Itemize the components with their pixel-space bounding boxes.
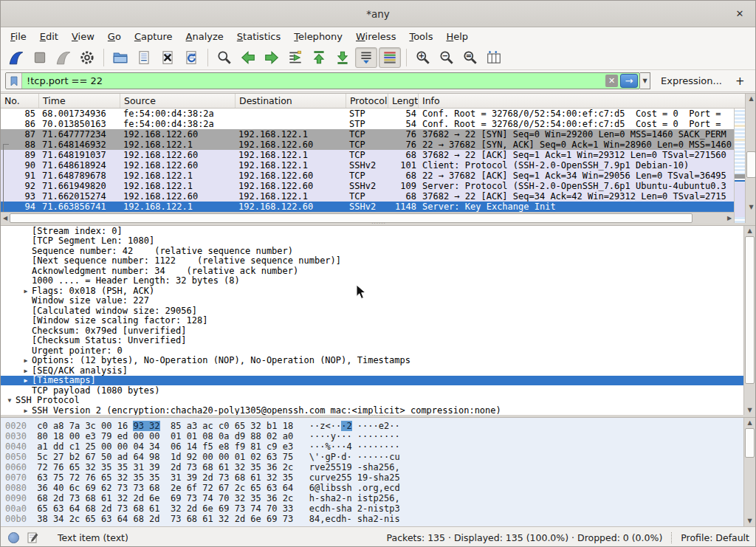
packet-row[interactable]: 9371.662015274192.168.122.60192.168.122.… (1, 191, 734, 202)
start-capture-icon[interactable] (5, 47, 27, 68)
scroll-down-icon[interactable]: ▼ (744, 516, 755, 526)
menu-view[interactable]: View (65, 30, 101, 44)
zoom-out-icon[interactable]: − (436, 47, 458, 68)
resize-columns-icon[interactable] (483, 47, 505, 68)
go-forward-icon[interactable] (261, 47, 283, 68)
detail-line[interactable]: [Window size scaling factor: 128] (1, 316, 756, 326)
hex-row[interactable]: 0060 72 76 65 32 35 35 31 39 2d 73 68 61… (5, 462, 756, 472)
hex-row[interactable]: 0020 c0 a8 7a 3c 00 16 93 32 85 a3 ac c0… (5, 421, 756, 431)
apply-filter-icon[interactable]: → (620, 74, 638, 88)
menu-telephony[interactable]: Telephony (287, 30, 349, 44)
reload-file-icon[interactable] (180, 47, 202, 68)
detail-line[interactable]: Urgent pointer: 0 (1, 345, 756, 356)
profile-label[interactable]: Profile: Default (672, 532, 749, 543)
packet-row[interactable]: 8871.648146932192.168.122.1192.168.122.6… (1, 140, 734, 150)
menu-analyze[interactable]: Analyze (179, 30, 230, 44)
detail-line[interactable]: ▶[Timestamps] (1, 376, 756, 386)
scroll-thumb[interactable] (745, 236, 755, 384)
display-filter-input[interactable] (22, 75, 605, 86)
column-header-no[interactable]: No. (1, 94, 39, 108)
hex-row[interactable]: 0090 68 2d 73 68 61 32 2d 6e 69 73 74 70… (5, 493, 756, 503)
column-header-info[interactable]: Info (419, 94, 756, 108)
open-file-icon[interactable] (109, 47, 131, 68)
packet-list-vscrollbar[interactable]: ▲ ▼ (745, 94, 756, 224)
menu-wireless[interactable]: Wireless (349, 30, 402, 44)
go-top-icon[interactable] (308, 47, 330, 68)
menu-go[interactable]: Go (101, 30, 128, 44)
scroll-thumb[interactable] (746, 151, 756, 178)
filter-bookmark-icon[interactable] (6, 73, 22, 89)
hex-row[interactable]: 0070 63 75 72 76 65 32 35 35 31 39 2d 73… (5, 472, 756, 483)
hex-row[interactable]: 0080 36 40 6c 69 62 73 73 68 2e 6f 72 67… (5, 483, 756, 493)
scroll-down-icon[interactable]: ▼ (744, 405, 755, 415)
packet-row[interactable]: 9071.648618924192.168.122.60192.168.122.… (1, 160, 734, 171)
detail-line[interactable]: Window size value: 227 (1, 296, 756, 306)
expression-button[interactable]: Expression... (661, 75, 722, 86)
details-vscrollbar[interactable]: ▲ ▼ (743, 226, 755, 415)
column-header-destination[interactable]: Destination (236, 94, 346, 108)
close-window-icon[interactable]: ✕ (733, 7, 746, 21)
detail-line[interactable]: [TCP Segment Len: 1080] (1, 236, 756, 247)
menu-capture[interactable]: Capture (128, 30, 179, 44)
scroll-up-icon[interactable]: ▲ (746, 94, 756, 103)
find-packet-icon[interactable] (213, 47, 236, 68)
expand-right-icon[interactable]: ▶ (20, 376, 32, 385)
detail-line[interactable]: ▼SSH Protocol (1, 396, 756, 406)
capture-options-icon[interactable] (76, 47, 98, 68)
detail-line[interactable]: [Calculated window size: 29056] (1, 306, 756, 316)
detail-line[interactable]: ▶Flags: 0x018 (PSH, ACK) (1, 286, 756, 296)
packet-row[interactable]: 9471.663856741192.168.122.1192.168.122.6… (1, 202, 734, 212)
menu-edit[interactable]: Edit (33, 30, 65, 44)
save-file-icon[interactable] (133, 47, 155, 68)
column-header-source[interactable]: Source (120, 94, 236, 108)
expert-info-icon[interactable] (8, 532, 19, 543)
clear-filter-icon[interactable]: ✕ (605, 75, 618, 87)
detail-line[interactable]: 1000 .... = Header Length: 32 bytes (8) (1, 276, 756, 286)
hex-row[interactable]: 0040 a1 dd c1 25 00 00 04 34 06 14 f5 e8… (5, 441, 756, 452)
scroll-left-icon[interactable]: ◀ (1, 213, 10, 224)
capture-comment-icon[interactable] (27, 531, 38, 543)
detail-line[interactable]: ▶[SEQ/ACK analysis] (1, 365, 756, 376)
hex-row[interactable]: 00b0 38 34 2c 65 63 64 68 2d 73 68 61 32… (5, 514, 756, 524)
intelligent-scrollbar-minimap[interactable] (734, 109, 745, 224)
colorize-icon[interactable] (379, 47, 401, 68)
packet-row[interactable]: 8771.647777234192.168.122.60192.168.122.… (1, 129, 734, 140)
detail-line[interactable]: [Checksum Status: Unverified] (1, 336, 756, 346)
scroll-thumb[interactable] (10, 213, 693, 223)
close-file-icon[interactable] (157, 47, 179, 68)
expand-right-icon[interactable]: ▶ (20, 356, 32, 365)
scroll-up-icon[interactable]: ▲ (744, 226, 755, 235)
menu-help[interactable]: Help (439, 30, 475, 44)
detail-line[interactable]: [Next sequence number: 1122 (relative se… (1, 256, 756, 266)
packet-row[interactable]: 9271.661949820192.168.122.1192.168.122.6… (1, 181, 734, 191)
menu-tools[interactable]: Tools (402, 30, 439, 44)
detail-line[interactable]: ▶Options: (12 bytes), No-Operation (NOP)… (1, 356, 756, 366)
detail-line[interactable]: ▶SSH Version 2 (encryption:chacha20-poly… (1, 405, 756, 415)
detail-line[interactable]: Checksum: 0x79ed [unverified] (1, 326, 756, 336)
bytes-vscrollbar[interactable]: ▲ ▼ (743, 418, 755, 526)
menu-file[interactable]: File (4, 30, 33, 44)
detail-line[interactable]: TCP payload (1080 bytes) (1, 385, 756, 396)
detail-line[interactable]: [Stream index: 0] (1, 226, 756, 236)
column-header-length[interactable]: Length (388, 94, 419, 108)
hex-row[interactable]: 0030 80 18 00 e3 79 ed 00 00 01 01 08 0a… (5, 431, 756, 441)
go-to-packet-icon[interactable] (284, 47, 306, 68)
hex-row[interactable]: 00a0 65 63 64 68 2d 73 68 61 32 2d 6e 69… (5, 503, 756, 514)
packet-row[interactable]: 9171.648789678192.168.122.1192.168.122.6… (1, 171, 734, 181)
packet-row[interactable]: 8670.013850163fe:54:00:d4:38:2aSTP54Conf… (1, 119, 734, 129)
scroll-right-icon[interactable]: ▶ (725, 213, 734, 224)
add-filter-button[interactable]: + (735, 75, 745, 88)
scroll-down-icon[interactable]: ▼ (746, 202, 756, 212)
zoom-in-icon[interactable]: + (412, 47, 434, 68)
menu-statistics[interactable]: Statistics (230, 30, 287, 44)
go-bottom-icon[interactable] (331, 47, 354, 68)
hex-row[interactable]: 0050 5c 27 b2 67 50 ad 64 98 1d 92 00 00… (5, 452, 756, 462)
scroll-up-icon[interactable]: ▲ (744, 418, 755, 427)
detail-line[interactable]: Sequence number: 42 (relative sequence n… (1, 246, 756, 256)
expand-down-icon[interactable]: ▼ (4, 396, 16, 405)
expand-right-icon[interactable]: ▶ (20, 366, 32, 376)
filter-history-dropdown-icon[interactable]: ▼ (640, 72, 650, 89)
detail-line[interactable]: Acknowledgment number: 34 (relative ack … (1, 266, 756, 276)
column-header-protocol[interactable]: Protocol (346, 94, 388, 108)
scroll-thumb[interactable] (745, 428, 755, 458)
